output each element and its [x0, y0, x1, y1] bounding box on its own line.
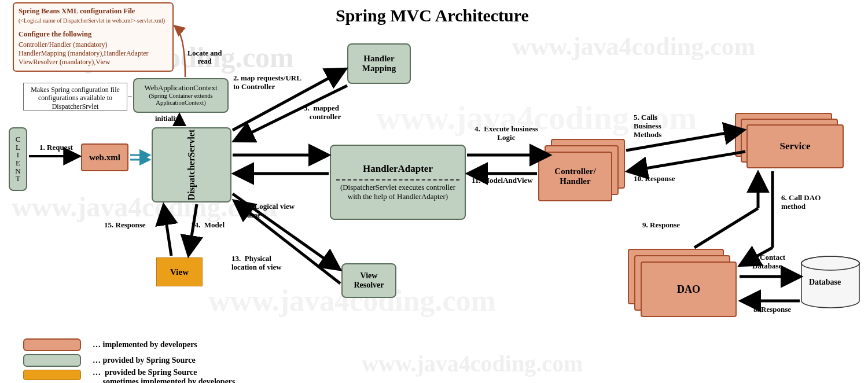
legend-swatch-dev [23, 338, 81, 351]
edge-11-mav: 11. ModelAndView [472, 176, 533, 185]
legend-swatch-mixed [23, 370, 81, 380]
legend-swatch-spring [23, 354, 81, 367]
edge-14-model: 14. Model [191, 221, 225, 230]
legend-dev: … implemented by developers [93, 340, 197, 349]
edge-2-map: 2. map requests/URL to Controller [233, 74, 301, 91]
edge-12-logical: 12. Logical view name [243, 202, 295, 220]
edge-locate-read: Locate and read [187, 49, 222, 66]
edge-initialize: initialize [155, 115, 182, 123]
svg-line-24 [164, 206, 171, 256]
edge-8-resp: 8. Response [753, 305, 791, 314]
legend-mixed: … provided be Spring Source sometimes im… [93, 368, 236, 383]
edge-10-resp: 10. Response [634, 175, 675, 183]
edge-3-mapped: 3. mapped controller [304, 104, 341, 121]
edge-9-resp: 9. Response [642, 221, 680, 230]
edge-6-dao: 6. Call DAO method [781, 194, 821, 211]
edge-13-physical: 13. Physical location of view [231, 255, 282, 272]
edge-5-calls: 5. Calls Business Methods [634, 113, 661, 139]
edge-15-resp: 15. Response [104, 221, 146, 230]
edge-1-request: 1. Request [39, 143, 73, 152]
svg-line-17 [694, 208, 758, 248]
arrow-layer [0, 0, 868, 383]
legend-spring: … provided by Spring Source [93, 356, 196, 365]
edge-4-exec: 4. Execute business Logic [475, 125, 538, 142]
svg-line-14 [628, 152, 745, 171]
edge-7-db: 7. Contact Database [752, 253, 785, 271]
